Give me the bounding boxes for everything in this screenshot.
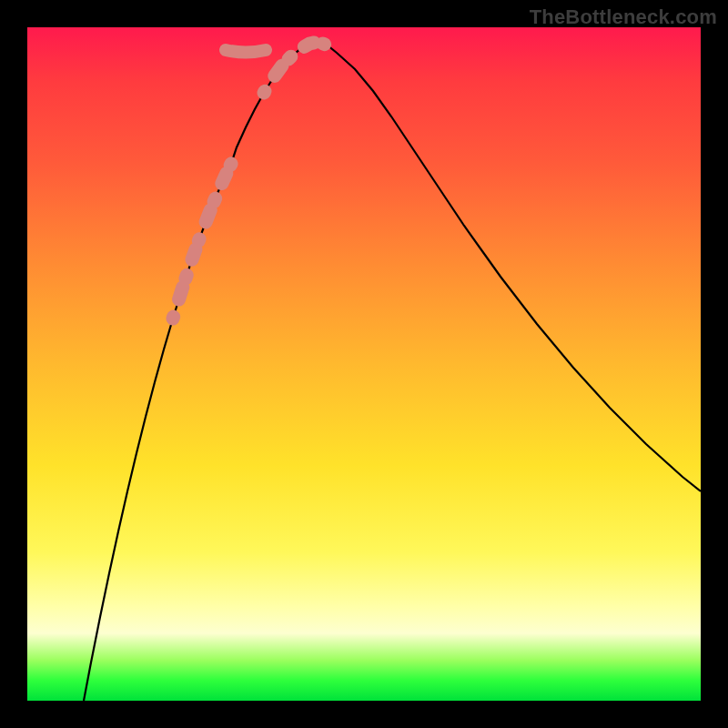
curve-line xyxy=(84,42,701,701)
curve-svg xyxy=(27,27,701,701)
chart-frame: TheBottleneck.com xyxy=(0,0,728,728)
curve-valley-cap xyxy=(226,50,266,53)
curve-dotted-segment xyxy=(264,42,337,93)
plot-area xyxy=(27,27,701,701)
curve-dotted-segment xyxy=(173,147,237,318)
watermark-text: TheBottleneck.com xyxy=(530,5,717,29)
